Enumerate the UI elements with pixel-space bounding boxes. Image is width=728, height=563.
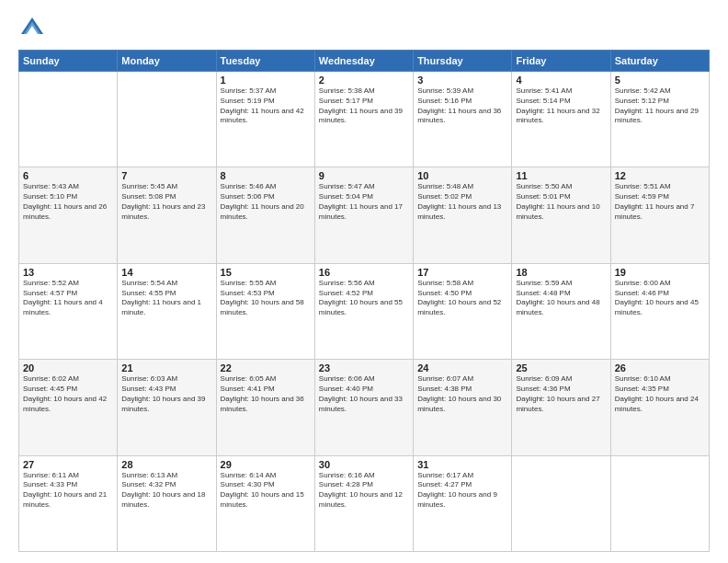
cell-info: Sunrise: 5:37 AMSunset: 5:19 PMDaylight:…	[221, 86, 311, 126]
day-number: 23	[319, 362, 409, 373]
header	[18, 15, 710, 42]
calendar-cell: 4Sunrise: 5:41 AMSunset: 5:14 PMDaylight…	[512, 72, 610, 167]
calendar-cell: 15Sunrise: 5:55 AMSunset: 4:53 PMDayligh…	[216, 263, 314, 359]
calendar-cell: 2Sunrise: 5:38 AMSunset: 5:17 PMDaylight…	[314, 72, 413, 167]
calendar-cell: 10Sunrise: 5:48 AMSunset: 5:02 PMDayligh…	[414, 167, 512, 263]
weekday-tuesday: Tuesday	[216, 51, 314, 72]
weekday-friday: Friday	[512, 51, 610, 72]
day-number: 2	[319, 75, 409, 86]
day-number: 16	[319, 267, 409, 278]
day-number: 17	[417, 267, 507, 278]
calendar-cell: 5Sunrise: 5:42 AMSunset: 5:12 PMDaylight…	[610, 72, 709, 167]
calendar-cell	[610, 455, 709, 551]
cell-info: Sunrise: 5:41 AMSunset: 5:14 PMDaylight:…	[516, 86, 606, 126]
calendar-cell: 13Sunrise: 5:52 AMSunset: 4:57 PMDayligh…	[19, 263, 118, 359]
calendar-cell: 21Sunrise: 6:03 AMSunset: 4:43 PMDayligh…	[118, 360, 216, 455]
calendar-cell: 8Sunrise: 5:46 AMSunset: 5:06 PMDaylight…	[216, 167, 314, 263]
calendar-table: SundayMondayTuesdayWednesdayThursdayFrid…	[18, 50, 710, 552]
day-number: 11	[516, 170, 606, 181]
day-number: 27	[23, 459, 113, 470]
calendar-cell: 23Sunrise: 6:06 AMSunset: 4:40 PMDayligh…	[314, 360, 413, 455]
weekday-sunday: Sunday	[19, 51, 118, 72]
cell-info: Sunrise: 5:56 AMSunset: 4:52 PMDaylight:…	[319, 279, 409, 318]
calendar-cell: 9Sunrise: 5:47 AMSunset: 5:04 PMDaylight…	[314, 167, 413, 263]
day-number: 3	[417, 75, 507, 86]
weekday-wednesday: Wednesday	[314, 51, 413, 72]
calendar-cell: 1Sunrise: 5:37 AMSunset: 5:19 PMDaylight…	[216, 72, 314, 167]
cell-info: Sunrise: 5:43 AMSunset: 5:10 PMDaylight:…	[23, 182, 113, 222]
week-row-5: 27Sunrise: 6:11 AMSunset: 4:33 PMDayligh…	[19, 455, 710, 551]
day-number: 21	[121, 362, 211, 373]
calendar-cell: 19Sunrise: 6:00 AMSunset: 4:46 PMDayligh…	[610, 263, 709, 359]
week-row-2: 6Sunrise: 5:43 AMSunset: 5:10 PMDaylight…	[19, 167, 710, 263]
cell-info: Sunrise: 6:09 AMSunset: 4:36 PMDaylight:…	[516, 374, 606, 414]
calendar-cell	[19, 72, 118, 167]
day-number: 22	[221, 362, 311, 373]
logo	[18, 15, 50, 42]
calendar-cell: 16Sunrise: 5:56 AMSunset: 4:52 PMDayligh…	[314, 263, 413, 359]
weekday-monday: Monday	[118, 51, 216, 72]
weekday-saturday: Saturday	[610, 51, 709, 72]
day-number: 5	[615, 75, 705, 86]
day-number: 24	[417, 362, 507, 373]
calendar-cell: 24Sunrise: 6:07 AMSunset: 4:38 PMDayligh…	[414, 360, 512, 455]
cell-info: Sunrise: 5:46 AMSunset: 5:06 PMDaylight:…	[221, 182, 311, 222]
cell-info: Sunrise: 6:06 AMSunset: 4:40 PMDaylight:…	[319, 374, 409, 414]
cell-info: Sunrise: 5:45 AMSunset: 5:08 PMDaylight:…	[121, 182, 211, 222]
day-number: 29	[221, 459, 311, 470]
cell-info: Sunrise: 6:05 AMSunset: 4:41 PMDaylight:…	[221, 374, 311, 414]
cell-info: Sunrise: 5:42 AMSunset: 5:12 PMDaylight:…	[615, 86, 705, 126]
day-number: 15	[221, 267, 311, 278]
cell-info: Sunrise: 6:07 AMSunset: 4:38 PMDaylight:…	[417, 374, 507, 414]
day-number: 31	[417, 459, 507, 470]
cell-info: Sunrise: 5:39 AMSunset: 5:16 PMDaylight:…	[417, 86, 507, 126]
cell-info: Sunrise: 5:47 AMSunset: 5:04 PMDaylight:…	[319, 182, 409, 222]
calendar-cell: 12Sunrise: 5:51 AMSunset: 4:59 PMDayligh…	[610, 167, 709, 263]
week-row-3: 13Sunrise: 5:52 AMSunset: 4:57 PMDayligh…	[19, 263, 710, 359]
day-number: 4	[516, 75, 606, 86]
cell-info: Sunrise: 6:11 AMSunset: 4:33 PMDaylight:…	[23, 471, 113, 511]
cell-info: Sunrise: 5:55 AMSunset: 4:53 PMDaylight:…	[221, 279, 311, 318]
day-number: 1	[221, 75, 311, 86]
cell-info: Sunrise: 6:14 AMSunset: 4:30 PMDaylight:…	[221, 471, 311, 511]
calendar-cell	[118, 72, 216, 167]
logo-icon	[18, 15, 46, 42]
page: SundayMondayTuesdayWednesdayThursdayFrid…	[0, 0, 728, 563]
calendar-cell: 28Sunrise: 6:13 AMSunset: 4:32 PMDayligh…	[118, 455, 216, 551]
cell-info: Sunrise: 5:38 AMSunset: 5:17 PMDaylight:…	[319, 86, 409, 126]
cell-info: Sunrise: 6:17 AMSunset: 4:27 PMDaylight:…	[417, 471, 507, 511]
calendar-cell: 25Sunrise: 6:09 AMSunset: 4:36 PMDayligh…	[512, 360, 610, 455]
cell-info: Sunrise: 5:58 AMSunset: 4:50 PMDaylight:…	[417, 279, 507, 318]
day-number: 9	[319, 170, 409, 181]
day-number: 7	[121, 170, 211, 181]
day-number: 26	[615, 362, 705, 373]
calendar-cell: 30Sunrise: 6:16 AMSunset: 4:28 PMDayligh…	[314, 455, 413, 551]
day-number: 19	[615, 267, 705, 278]
calendar-cell: 22Sunrise: 6:05 AMSunset: 4:41 PMDayligh…	[216, 360, 314, 455]
day-number: 28	[121, 459, 211, 470]
cell-info: Sunrise: 6:03 AMSunset: 4:43 PMDaylight:…	[121, 374, 211, 414]
weekday-header-row: SundayMondayTuesdayWednesdayThursdayFrid…	[19, 51, 710, 72]
day-number: 18	[516, 267, 606, 278]
day-number: 10	[417, 170, 507, 181]
calendar-cell: 7Sunrise: 5:45 AMSunset: 5:08 PMDaylight…	[118, 167, 216, 263]
week-row-4: 20Sunrise: 6:02 AMSunset: 4:45 PMDayligh…	[19, 360, 710, 455]
day-number: 25	[516, 362, 606, 373]
cell-info: Sunrise: 6:00 AMSunset: 4:46 PMDaylight:…	[615, 279, 705, 318]
calendar-cell: 18Sunrise: 5:59 AMSunset: 4:48 PMDayligh…	[512, 263, 610, 359]
calendar-cell: 3Sunrise: 5:39 AMSunset: 5:16 PMDaylight…	[414, 72, 512, 167]
day-number: 30	[319, 459, 409, 470]
cell-info: Sunrise: 5:51 AMSunset: 4:59 PMDaylight:…	[615, 182, 705, 222]
calendar-cell: 26Sunrise: 6:10 AMSunset: 4:35 PMDayligh…	[610, 360, 709, 455]
cell-info: Sunrise: 6:16 AMSunset: 4:28 PMDaylight:…	[319, 471, 409, 511]
calendar-cell: 14Sunrise: 5:54 AMSunset: 4:55 PMDayligh…	[118, 263, 216, 359]
cell-info: Sunrise: 5:59 AMSunset: 4:48 PMDaylight:…	[516, 279, 606, 318]
calendar-cell: 31Sunrise: 6:17 AMSunset: 4:27 PMDayligh…	[414, 455, 512, 551]
weekday-thursday: Thursday	[414, 51, 512, 72]
cell-info: Sunrise: 6:13 AMSunset: 4:32 PMDaylight:…	[121, 471, 211, 511]
calendar-cell: 20Sunrise: 6:02 AMSunset: 4:45 PMDayligh…	[19, 360, 118, 455]
day-number: 8	[221, 170, 311, 181]
cell-info: Sunrise: 5:48 AMSunset: 5:02 PMDaylight:…	[417, 182, 507, 222]
cell-info: Sunrise: 5:52 AMSunset: 4:57 PMDaylight:…	[23, 279, 113, 318]
cell-info: Sunrise: 6:10 AMSunset: 4:35 PMDaylight:…	[615, 374, 705, 414]
